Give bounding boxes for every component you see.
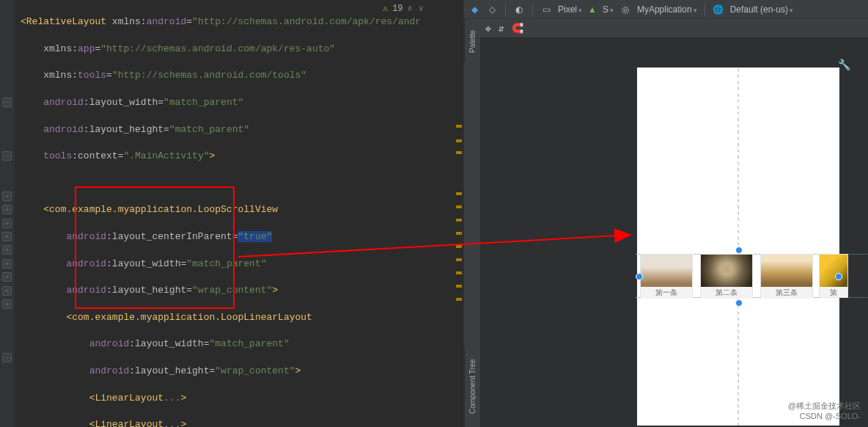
fold-toggle[interactable] bbox=[2, 219, 12, 228]
fold-toggle[interactable] bbox=[2, 272, 12, 282]
inspection-summary[interactable]: ⚠ 19 ∧ ∨ bbox=[383, 3, 425, 14]
card-label: 第 bbox=[820, 287, 847, 298]
code-content[interactable]: <RelativeLayout xmlns:android="http://sc… bbox=[0, 0, 463, 427]
fold-toggle[interactable] bbox=[2, 353, 12, 362]
card-image bbox=[641, 255, 692, 287]
wrench-icon[interactable]: 🔧 bbox=[838, 59, 850, 71]
api-selector[interactable]: S▾ bbox=[603, 4, 614, 15]
device-frame[interactable]: 第一条 第二条 第三条 第 bbox=[637, 67, 839, 426]
card-image bbox=[820, 255, 847, 287]
selection-handle[interactable] bbox=[636, 273, 643, 280]
warning-count: 19 bbox=[392, 4, 402, 14]
selection-handle[interactable] bbox=[835, 273, 842, 280]
card-label: 第二条 bbox=[701, 287, 752, 299]
nav-down-icon[interactable]: ∨ bbox=[419, 3, 425, 14]
device-selector[interactable]: Pixel▾ bbox=[558, 4, 582, 15]
fold-toggle[interactable] bbox=[2, 232, 12, 241]
view-options-bar: 👁 ✥ ⇵ 🧲 bbox=[464, 19, 868, 38]
fold-toggle[interactable] bbox=[2, 191, 12, 201]
fold-toggle[interactable] bbox=[2, 98, 12, 107]
list-item[interactable]: 第一条 bbox=[640, 254, 693, 298]
design-surface-icon[interactable]: ◆ bbox=[468, 4, 480, 15]
orientation-icon[interactable]: ◐ bbox=[513, 4, 525, 15]
loop-scroll-view-preview[interactable]: 第一条 第二条 第三条 第 bbox=[637, 247, 868, 305]
pan-icon[interactable]: ✥ bbox=[485, 23, 491, 34]
locale-icon: 🌐 bbox=[713, 4, 724, 15]
fold-toggle[interactable] bbox=[2, 299, 12, 309]
list-item[interactable]: 第 bbox=[819, 254, 848, 298]
fold-toggle[interactable] bbox=[2, 205, 12, 214]
android-icon: ▲ bbox=[588, 4, 597, 15]
list-item[interactable]: 第三条 bbox=[760, 254, 813, 298]
layout-editor-panel: ◆ ◇ ◐ ▭ Pixel▾ ▲ S▾ ◎ MyApplication▾ 🌐 D… bbox=[463, 0, 868, 427]
design-toolbar: ◆ ◇ ◐ ▭ Pixel▾ ▲ S▾ ◎ MyApplication▾ 🌐 D… bbox=[464, 0, 868, 19]
list-item[interactable]: 第二条 bbox=[700, 254, 753, 298]
device-icon: ▭ bbox=[540, 4, 552, 15]
card-label: 第三条 bbox=[761, 287, 812, 299]
fold-toggle[interactable] bbox=[2, 286, 12, 296]
fold-toggle[interactable] bbox=[2, 245, 12, 255]
component-tree-tab[interactable]: Component Tree bbox=[464, 346, 480, 427]
editor-gutter bbox=[0, 0, 15, 427]
locale-selector[interactable]: Default (en-us)▾ bbox=[730, 4, 793, 15]
fold-toggle[interactable] bbox=[2, 259, 12, 269]
zoom-icon[interactable]: ⇵ bbox=[499, 23, 504, 34]
design-surface[interactable]: 🔧 第一条 第二条 第三条 第 bbox=[480, 38, 868, 427]
card-label: 第一条 bbox=[641, 287, 692, 299]
nav-up-icon[interactable]: ∧ bbox=[408, 3, 414, 14]
module-selector[interactable]: MyApplication▾ bbox=[637, 4, 697, 15]
xml-code-editor[interactable]: ⚠ 19 ∧ ∨ <RelativeLayout xmlns:android="… bbox=[0, 0, 463, 427]
watermark: @稀土掘金技术社区 CSDN @-SOLO- bbox=[788, 401, 861, 421]
theme-icon: ◎ bbox=[619, 4, 631, 15]
blueprint-icon[interactable]: ◇ bbox=[486, 4, 498, 15]
fold-toggle[interactable] bbox=[2, 151, 12, 161]
selection-handle[interactable] bbox=[735, 299, 743, 307]
magnet-icon[interactable]: 🧲 bbox=[512, 23, 523, 34]
card-image bbox=[761, 255, 812, 287]
error-stripe[interactable] bbox=[455, 0, 462, 427]
palette-tab[interactable]: Palette bbox=[464, 19, 480, 63]
card-image bbox=[701, 255, 752, 287]
selection-handle[interactable] bbox=[735, 247, 743, 254]
warning-icon: ⚠ bbox=[383, 3, 388, 14]
